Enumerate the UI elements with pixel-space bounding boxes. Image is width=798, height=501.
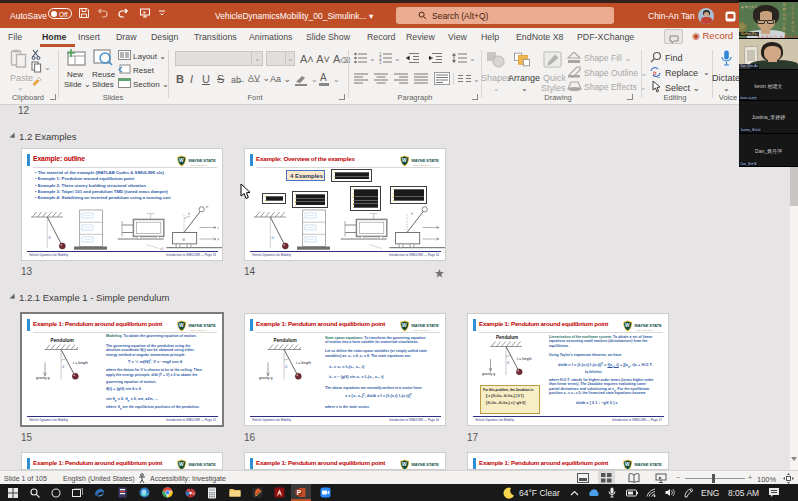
svg-text:c: c — [657, 73, 660, 78]
svg-text:ℓ = length: ℓ = length — [517, 357, 532, 361]
svg-text:θ: θ — [62, 365, 64, 369]
svg-text:gravity g: gravity g — [36, 376, 50, 380]
svg-text:gravity g: gravity g — [482, 372, 495, 376]
svg-text:x: x — [218, 227, 220, 230]
svg-text:WAYNE STATE: WAYNE STATE — [411, 461, 439, 466]
svg-text:WAYNE STATE: WAYNE STATE — [634, 461, 662, 466]
svg-text:WAYNE STATE: WAYNE STATE — [188, 322, 216, 327]
svg-text:W: W — [179, 462, 184, 467]
svg-text:P: P — [297, 489, 302, 496]
svg-text:W: W — [179, 323, 184, 328]
svg-text:m: m — [206, 206, 208, 209]
svg-text:Pendulum: Pendulum — [274, 338, 297, 343]
svg-text:θ: θ — [507, 361, 509, 365]
svg-text:UNIVERSITY: UNIVERSITY — [190, 328, 208, 330]
svg-text:WAYNE STATE: WAYNE STATE — [411, 322, 439, 327]
svg-text:UNIVERSITY: UNIVERSITY — [413, 328, 431, 330]
svg-text:θ: θ — [285, 365, 287, 369]
svg-text:UNIVERSITY: UNIVERSITY — [413, 467, 431, 469]
svg-text:θ: θ — [272, 236, 274, 240]
svg-text:ℓ = length: ℓ = length — [296, 361, 311, 365]
svg-text:Pendulum: Pendulum — [51, 338, 74, 343]
svg-text:F: F — [218, 238, 220, 242]
svg-text:W: W — [625, 462, 630, 467]
svg-text:WAYNE STATE: WAYNE STATE — [188, 461, 216, 466]
svg-text:W: W — [402, 462, 407, 467]
svg-text:W: W — [402, 323, 407, 328]
svg-text:ℓ = length: ℓ = length — [73, 361, 88, 365]
svg-text:3: 3 — [379, 60, 382, 64]
svg-text:θ: θ — [188, 212, 190, 216]
svg-text:gravity g: gravity g — [259, 376, 273, 380]
svg-text:UNIVERSITY: UNIVERSITY — [636, 467, 654, 469]
svg-text:WAYNE STATE: WAYNE STATE — [634, 322, 662, 327]
svg-text:W: W — [625, 323, 630, 328]
svg-text:Pendulum: Pendulum — [496, 335, 518, 340]
svg-text:UNIVERSITY: UNIVERSITY — [636, 328, 654, 330]
svg-text:θ: θ — [49, 236, 51, 240]
svg-text:UNIVERSITY: UNIVERSITY — [190, 467, 208, 469]
svg-text:θ: θ — [411, 212, 413, 216]
